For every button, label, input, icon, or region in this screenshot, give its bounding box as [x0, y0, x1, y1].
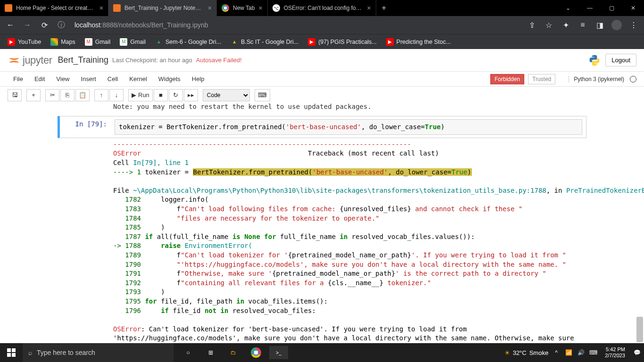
menu-kernel[interactable]: Kernel — [124, 74, 153, 84]
tab-search-icon[interactable]: ⌄ — [557, 0, 579, 16]
back-button[interactable]: ← — [4, 18, 17, 32]
new-tab-button[interactable]: + — [376, 4, 392, 12]
bookmark-pgis[interactable]: ▶(97) PGIS Practicals... — [304, 36, 380, 48]
scrollbar-thumb[interactable] — [636, 317, 643, 342]
url-field[interactable]: localhost:8888/notebooks/Bert_Training.i… — [72, 21, 521, 29]
clock-time: 5:42 PM — [605, 346, 625, 353]
tb-str: tokenizer." — [383, 279, 431, 287]
tb-str: '. If you were trying to load it from " — [411, 251, 566, 259]
browser-tab-active[interactable]: Bert_Training - Jupyter Notebook × — [108, 0, 217, 16]
browser-tab[interactable]: Home Page - Select or create a n × — [0, 0, 108, 16]
drive-icon: ▲ — [155, 38, 163, 46]
bookmark-maps[interactable]: Maps — [47, 36, 79, 48]
tab-close-icon[interactable]: × — [99, 4, 103, 12]
cell-type-select[interactable]: Code — [203, 89, 250, 101]
run-label: Run — [138, 91, 149, 99]
bookmark-star-icon[interactable]: ☆ — [542, 18, 555, 32]
restart-run-button[interactable]: ▸▸ — [184, 89, 198, 101]
menu-cell[interactable]: Cell — [102, 74, 124, 84]
profile-avatar[interactable] — [610, 18, 623, 32]
browser-tab[interactable]: ⌥ OSError: Can't load config for 'be × — [268, 0, 376, 16]
code-input[interactable]: tokenizer = BertTokenizer.from_pretraine… — [115, 119, 582, 135]
explorer-icon[interactable]: 🗀 — [223, 343, 244, 362]
trusted-badge[interactable]: Trusted — [528, 74, 555, 84]
copy-button[interactable]: ⎘ — [60, 89, 74, 101]
bookmark-sem6[interactable]: ▲Sem-6 - Google Dri... — [151, 36, 225, 48]
move-down-button[interactable]: ↓ — [109, 89, 124, 101]
tray-chevron-icon[interactable]: ^ — [552, 349, 561, 356]
notifications-icon[interactable]: 💬 — [633, 349, 641, 356]
tab-close-icon[interactable]: × — [208, 4, 212, 12]
notebook-area[interactable]: Note: you may need to restart the kernel… — [0, 103, 644, 343]
add-cell-button[interactable]: + — [26, 89, 41, 101]
start-button[interactable] — [0, 343, 23, 362]
cortana-icon[interactable]: ○ — [177, 343, 199, 362]
kw: not — [205, 307, 216, 314]
code-cell[interactable]: In [79]: tokenizer = BertTokenizer.from_… — [58, 116, 586, 138]
kernel-indicator-icon[interactable] — [630, 76, 636, 82]
terminal-icon[interactable]: >_ — [269, 346, 288, 359]
menu-view[interactable]: View — [50, 74, 75, 84]
tb-line: file_id — [169, 307, 205, 314]
browser-tab[interactable]: New Tab × — [217, 0, 268, 16]
reading-list-icon[interactable]: ≡ — [576, 18, 589, 32]
menu-widgets[interactable]: Widgets — [153, 74, 186, 84]
menu-edit[interactable]: Edit — [29, 74, 50, 84]
bookmark-predicting[interactable]: ▶Predicting the Stoc... — [382, 36, 454, 48]
restart-button[interactable]: ↻ — [169, 89, 183, 101]
menu-file[interactable]: File — [8, 74, 29, 84]
kernel-name[interactable]: Python 3 (ipykernel) — [569, 76, 626, 82]
run-button[interactable]: ▶ Run — [128, 89, 153, 101]
taskbar-search[interactable]: ⌕ Type here to search — [23, 343, 173, 362]
lineno: 1783 — [113, 205, 141, 213]
jupyter-header: jupyter Bert_Training Last Checkpoint: a… — [0, 49, 644, 72]
gmail-icon: M — [120, 38, 127, 46]
kw: in — [339, 233, 347, 240]
jupyter-favicon — [113, 4, 121, 12]
move-up-button[interactable]: ↑ — [94, 89, 108, 101]
tab-close-icon[interactable]: × — [367, 4, 371, 12]
tb-str: "'https://huggingface.co/models', make s… — [141, 261, 566, 268]
chrome-icon[interactable] — [245, 343, 267, 362]
bookmark-youtube[interactable]: ▶YouTube — [4, 36, 45, 48]
reload-button[interactable]: ⟳ — [38, 18, 51, 32]
lineno: 1792 — [113, 279, 141, 287]
tab-close-icon[interactable]: × — [258, 4, 262, 12]
maximize-button[interactable]: ▢ — [601, 0, 622, 16]
share-icon[interactable]: ⇪ — [525, 18, 538, 32]
extensions-icon[interactable]: ✦ — [559, 18, 572, 32]
bookmark-bscit[interactable]: ▲B.Sc IT - Google Dri... — [227, 36, 302, 48]
tb-line: f — [141, 205, 181, 213]
forward-button[interactable]: → — [21, 18, 34, 32]
save-button[interactable]: 🖫 — [8, 89, 22, 101]
chrome-menu-icon[interactable]: ⋮ — [627, 18, 640, 32]
weather-widget[interactable]: ☀ 32°C Smoke — [504, 349, 549, 356]
tb-line: f — [141, 270, 181, 277]
in-label: , in — [546, 187, 566, 194]
jupyter-logo[interactable]: jupyter — [8, 54, 52, 67]
notebook-name[interactable]: Bert_Training — [58, 55, 108, 65]
language-icon[interactable]: ⌨ — [589, 349, 597, 356]
interrupt-button[interactable]: ■ — [154, 89, 168, 101]
clock[interactable]: 5:42 PM 2/7/2023 — [601, 346, 629, 359]
close-window-button[interactable]: ✕ — [622, 0, 644, 16]
wifi-icon[interactable]: 📶 — [564, 349, 573, 356]
lineno: 1784 — [113, 214, 141, 222]
cut-button[interactable]: ✂ — [45, 89, 59, 101]
drive-icon: ▲ — [231, 38, 238, 46]
menu-help[interactable]: Help — [186, 74, 210, 84]
bookmark-gmail[interactable]: MGmail — [81, 36, 115, 48]
minimize-button[interactable]: — — [579, 0, 601, 16]
forbidden-badge: Forbidden — [490, 74, 524, 84]
side-panel-icon[interactable]: ◨ — [593, 18, 606, 32]
menu-insert[interactable]: Insert — [75, 74, 102, 84]
tb-line: EnvironmentError( — [181, 242, 252, 249]
logout-button[interactable]: Logout — [605, 54, 636, 66]
paste-button[interactable]: 📋 — [75, 89, 90, 101]
code-string: 'bert-base-uncased' — [286, 123, 361, 131]
task-view-icon[interactable]: ⊞ — [200, 343, 222, 362]
bookmark-gmail-2[interactable]: MGmail — [116, 36, 149, 48]
site-info-icon[interactable]: ⓘ — [55, 18, 68, 32]
command-palette-button[interactable]: ⌨ — [255, 89, 270, 101]
volume-icon[interactable]: 🔊 — [577, 349, 585, 356]
